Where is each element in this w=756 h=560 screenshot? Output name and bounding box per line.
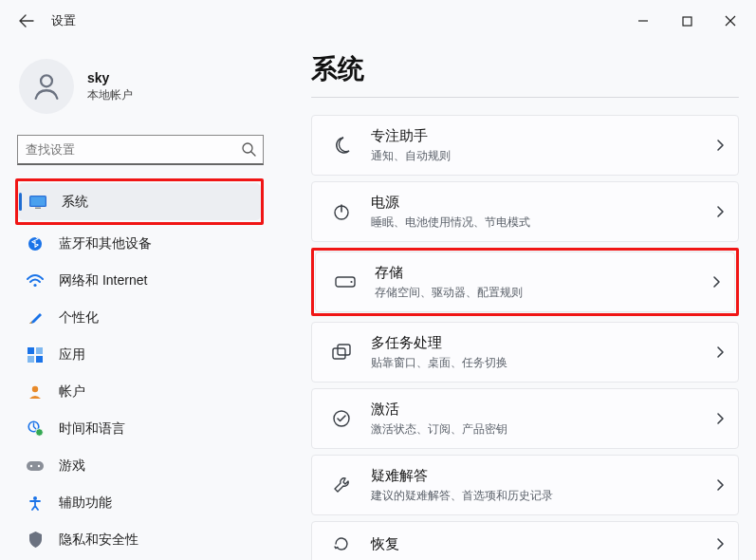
card-title: 恢复 (371, 535, 715, 553)
chevron-right-icon (715, 478, 725, 492)
svg-point-16 (30, 464, 32, 466)
svg-point-12 (32, 385, 38, 391)
main-panel: 系统 专注助手通知、自动规则 电源睡眠、电池使用情况、节电模式 存储存储空间、驱… (285, 42, 756, 560)
wrench-icon (329, 476, 354, 495)
svg-point-2 (243, 143, 252, 153)
annotation-highlight: 系统 (15, 178, 264, 225)
sidebar-item-label: 辅助功能 (59, 495, 112, 512)
sidebar-item-privacy[interactable]: 隐私和安全性 (15, 521, 264, 558)
chevron-right-icon (715, 139, 725, 152)
window-title: 设置 (51, 12, 76, 29)
card-storage[interactable]: 存储存储空间、驱动器、配置规则 (315, 252, 735, 312)
power-icon (329, 202, 354, 221)
chevron-right-icon (715, 412, 725, 425)
svg-rect-22 (333, 348, 345, 359)
card-focus-assist[interactable]: 专注助手通知、自动规则 (311, 115, 739, 176)
gaming-icon (27, 457, 44, 475)
user-account[interactable]: sky 本地帐户 (15, 51, 285, 127)
user-type: 本地帐户 (87, 87, 133, 103)
card-title: 多任务处理 (371, 334, 715, 352)
sidebar-item-label: 个性化 (59, 309, 99, 327)
card-activation[interactable]: 激活激活状态、订阅、产品密钥 (311, 388, 739, 449)
sidebar-item-system[interactable]: 系统 (18, 183, 261, 220)
card-troubleshoot[interactable]: 疑难解答建议的疑难解答、首选项和历史记录 (311, 455, 739, 515)
sidebar-item-label: 帐户 (59, 383, 85, 401)
sidebar-item-label: 网络和 Internet (59, 272, 147, 289)
sidebar-item-label: 时间和语言 (59, 420, 125, 438)
svg-rect-11 (36, 356, 43, 363)
maximize-icon (682, 16, 692, 27)
accessibility-icon (27, 495, 44, 512)
svg-rect-8 (28, 347, 34, 354)
sidebar-item-label: 应用 (59, 346, 85, 364)
card-sub: 睡眠、电池使用情况、节电模式 (371, 215, 715, 231)
sidebar-item-accessibility[interactable]: 辅助功能 (15, 484, 264, 521)
search-container (17, 135, 264, 165)
search-input[interactable] (17, 135, 264, 165)
titlebar: 设置 (0, 0, 756, 42)
card-power[interactable]: 电源睡眠、电池使用情况、节电模式 (311, 181, 739, 242)
back-button[interactable] (9, 4, 44, 38)
user-name: sky (87, 70, 133, 85)
sidebar-item-network[interactable]: 网络和 Internet (15, 262, 264, 299)
multitask-icon (329, 344, 354, 361)
card-sub: 通知、自动规则 (371, 148, 715, 164)
sidebar-item-time-language[interactable]: 时间和语言 (15, 410, 264, 447)
close-button[interactable] (709, 6, 752, 36)
card-title: 激活 (371, 401, 715, 419)
svg-point-18 (33, 496, 37, 500)
display-icon (29, 194, 46, 211)
moon-icon (329, 136, 354, 155)
svg-point-7 (33, 283, 36, 286)
nav-list: 系统 蓝牙和其他设备 网络和 Internet 个性化 应用 帐户 (15, 178, 264, 558)
minimize-button[interactable] (621, 6, 665, 36)
sidebar-item-personalization[interactable]: 个性化 (15, 299, 264, 336)
svg-point-1 (41, 75, 52, 86)
minimize-icon (637, 15, 649, 27)
svg-point-14 (35, 429, 43, 437)
sidebar-item-bluetooth[interactable]: 蓝牙和其他设备 (15, 225, 264, 262)
wifi-icon (27, 272, 44, 289)
brush-icon (27, 309, 44, 327)
svg-rect-10 (28, 356, 34, 363)
close-icon (725, 15, 736, 27)
chevron-right-icon (715, 345, 725, 359)
sidebar-item-accounts[interactable]: 帐户 (15, 373, 264, 410)
check-circle-icon (329, 409, 354, 428)
shield-icon (27, 532, 44, 549)
card-recovery[interactable]: 恢复 (311, 521, 739, 560)
maximize-button[interactable] (665, 6, 709, 36)
card-multitasking[interactable]: 多任务处理贴靠窗口、桌面、任务切换 (311, 322, 739, 383)
apps-icon (27, 346, 44, 364)
chevron-right-icon (711, 275, 721, 289)
chevron-right-icon (715, 205, 725, 218)
svg-rect-5 (35, 207, 41, 208)
recovery-icon (329, 534, 354, 553)
sidebar-item-apps[interactable]: 应用 (15, 336, 264, 373)
card-title: 电源 (371, 194, 715, 212)
svg-rect-4 (30, 196, 45, 205)
sidebar-item-gaming[interactable]: 游戏 (15, 447, 264, 484)
sidebar-item-label: 游戏 (59, 457, 85, 475)
chevron-right-icon (715, 537, 725, 551)
bluetooth-icon (27, 235, 44, 252)
card-sub: 贴靠窗口、桌面、任务切换 (371, 355, 715, 371)
card-sub: 建议的疑难解答、首选项和历史记录 (371, 488, 715, 504)
search-icon (241, 141, 256, 157)
card-title: 存储 (375, 264, 711, 282)
card-sub: 激活状态、订阅、产品密钥 (371, 421, 715, 438)
svg-rect-9 (36, 347, 43, 354)
person-icon (30, 70, 63, 103)
svg-rect-15 (27, 461, 44, 471)
svg-point-17 (38, 464, 40, 466)
annotation-highlight: 存储存储空间、驱动器、配置规则 (311, 248, 739, 316)
sidebar-item-label: 蓝牙和其他设备 (59, 235, 152, 252)
sidebar: sky 本地帐户 系统 蓝牙和其他设备 网络和 I (0, 42, 285, 560)
sidebar-item-label: 系统 (62, 194, 88, 211)
account-icon (27, 383, 44, 401)
card-title: 疑难解答 (371, 467, 715, 485)
avatar (19, 59, 74, 114)
clock-globe-icon (27, 420, 44, 438)
page-title: 系统 (311, 51, 739, 87)
card-title: 专注助手 (371, 127, 715, 145)
